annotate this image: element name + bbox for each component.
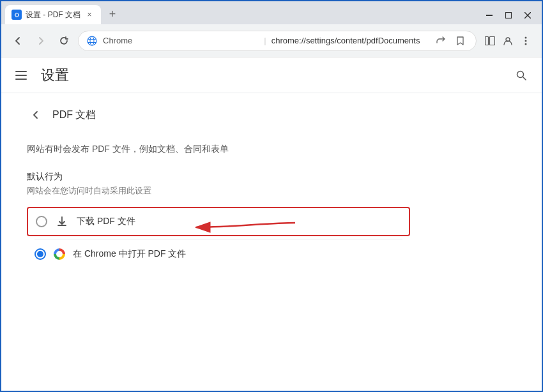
page-content: 设置 PDF 文档 网站有时会发布 <box>1 57 542 391</box>
svg-rect-8 <box>486 36 489 45</box>
close-button[interactable] <box>519 9 537 22</box>
back-navigation-button[interactable] <box>27 106 45 124</box>
svg-point-5 <box>90 36 94 45</box>
options-divider <box>34 239 402 239</box>
maximize-button[interactable] <box>500 9 517 22</box>
open-chrome-option-label: 在 Chrome 中打开 PDF 文件 <box>73 248 186 260</box>
download-option-label: 下载 PDF 文件 <box>77 216 135 227</box>
more-options-icon[interactable] <box>517 33 534 49</box>
default-behavior-section: 默认行为 网站会在您访问时自动采用此设置 <box>27 171 410 197</box>
settings-search-button[interactable] <box>511 65 532 86</box>
minimize-button[interactable] <box>480 9 498 22</box>
back-navigation: PDF 文档 <box>27 106 410 129</box>
default-behavior-sublabel: 网站会在您访问时自动采用此设置 <box>27 185 410 197</box>
new-tab-button[interactable]: + <box>103 5 121 23</box>
content-area: PDF 文档 网站有时会发布 PDF 文件，例如文档、合同和表单 默认行为 网站… <box>1 93 436 279</box>
address-bar: Chrome | chrome://settings/content/pdfDo… <box>1 24 542 57</box>
forward-button[interactable] <box>32 32 50 50</box>
url-separator: | <box>264 36 266 45</box>
window-controls <box>475 9 542 22</box>
settings-page-title: 设置 <box>41 66 69 85</box>
open-in-chrome-option[interactable]: 在 Chrome 中打开 PDF 文件 <box>27 242 410 266</box>
tab-bar: ⚙ 设置 - PDF 文档 × + <box>1 1 475 24</box>
svg-point-12 <box>525 40 527 41</box>
svg-line-15 <box>523 77 526 80</box>
svg-rect-9 <box>490 36 495 45</box>
chrome-icon <box>54 248 65 260</box>
toolbar-buttons <box>482 33 534 49</box>
svg-rect-0 <box>486 15 493 16</box>
url-text: chrome://settings/content/pdfDocuments <box>272 36 427 45</box>
tab-title: 设置 - PDF 文档 <box>26 10 80 20</box>
site-security-icon <box>86 35 98 47</box>
pdf-page-title: PDF 文档 <box>52 109 96 122</box>
description-text-content: 网站有时会发布 PDF 文件，例如文档、合同和表单 <box>27 144 229 154</box>
browser-name-label: Chrome <box>103 36 259 45</box>
tab-favicon: ⚙ <box>11 10 22 20</box>
open-chrome-radio-button[interactable] <box>34 248 46 260</box>
svg-rect-1 <box>506 13 512 19</box>
svg-point-13 <box>525 43 527 45</box>
refresh-button[interactable] <box>55 32 73 50</box>
user-profile-icon[interactable] <box>500 33 516 49</box>
settings-main-content: PDF 文档 网站有时会发布 PDF 文件，例如文档、合同和表单 默认行为 网站… <box>1 93 542 391</box>
pdf-description: 网站有时会发布 PDF 文件，例如文档、合同和表单 <box>27 142 410 156</box>
settings-header: 设置 <box>1 57 542 93</box>
bookmark-icon[interactable] <box>452 33 468 49</box>
default-behavior-label: 默认行为 <box>27 171 410 183</box>
download-icon <box>55 215 69 229</box>
browser-window: ⚙ 设置 - PDF 文档 × + <box>0 0 543 392</box>
title-bar: ⚙ 设置 - PDF 文档 × + <box>1 1 542 24</box>
share-icon[interactable] <box>432 33 449 49</box>
svg-point-4 <box>88 36 96 45</box>
back-button[interactable] <box>9 32 27 50</box>
active-tab[interactable]: ⚙ 设置 - PDF 文档 × <box>5 5 101 24</box>
download-option-container: 下载 PDF 文件 <box>27 207 410 236</box>
svg-point-11 <box>525 36 527 38</box>
customize-chrome-icon[interactable] <box>482 33 498 49</box>
url-bar[interactable]: Chrome | chrome://settings/content/pdfDo… <box>78 31 477 51</box>
url-actions <box>432 33 468 49</box>
download-radio-button[interactable] <box>36 216 47 227</box>
tab-close-button[interactable]: × <box>84 10 95 20</box>
hamburger-menu-button[interactable] <box>11 67 31 84</box>
download-pdf-option[interactable]: 下载 PDF 文件 <box>27 207 410 236</box>
